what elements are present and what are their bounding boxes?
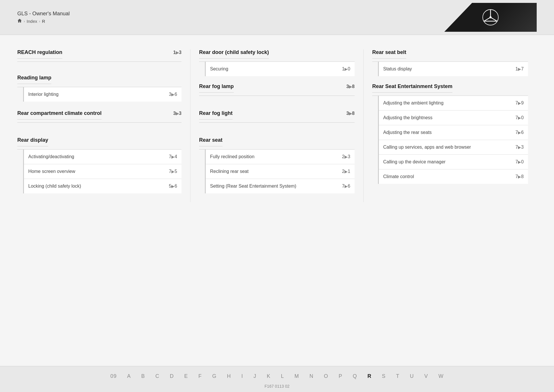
- rse-subitems: Adjusting the ambient lighting 7▶9 Adjus…: [378, 96, 528, 184]
- alpha-b[interactable]: B: [136, 372, 150, 381]
- alpha-w[interactable]: W: [433, 372, 449, 381]
- reading-lamp-header: Reading lamp: [17, 75, 181, 87]
- list-item[interactable]: Status display 1▶7: [379, 62, 528, 76]
- breadcrumb-sep-2: ›: [39, 19, 40, 23]
- alpha-m[interactable]: M: [289, 372, 304, 381]
- alpha-s[interactable]: S: [377, 372, 391, 381]
- list-item[interactable]: Setting (Rear Seat Entertainment System)…: [206, 179, 355, 193]
- activating-page[interactable]: 7▶4: [169, 154, 177, 159]
- list-item[interactable]: Locking (child safety lock) 5▶6: [24, 179, 181, 193]
- rear-fog-light-header: Rear fog light 3▶8: [199, 110, 355, 123]
- rear-display-title: Rear display: [17, 137, 48, 146]
- list-item[interactable]: Adjusting the ambient lighting 7▶9: [379, 96, 528, 111]
- svg-point-1: [489, 16, 491, 18]
- list-item[interactable]: Adjusting the rear seats 7▶6: [379, 125, 528, 140]
- alpha-o[interactable]: O: [319, 372, 334, 381]
- reach-page[interactable]: 1▶3: [173, 50, 181, 55]
- breadcrumb-r: R: [42, 19, 45, 24]
- alpha-g[interactable]: G: [207, 372, 222, 381]
- section-rear-fog-lamp: Rear fog lamp 3▶8: [199, 83, 355, 96]
- main-content: REACH regulation 1▶3 Reading lamp Interi…: [0, 35, 554, 366]
- alpha-j[interactable]: J: [248, 372, 262, 381]
- home-icon[interactable]: [17, 18, 22, 24]
- alpha-t[interactable]: T: [391, 372, 405, 381]
- breadcrumb: › Index › R: [17, 18, 70, 24]
- alpha-u[interactable]: U: [405, 372, 419, 381]
- rear-seat-belt-header: Rear seat belt: [372, 49, 528, 62]
- rear-seat-subitems: Fully reclined position 2▶3 Reclining re…: [205, 150, 355, 193]
- list-item[interactable]: Interior lighting 3▶6: [24, 87, 181, 102]
- ambient-lighting-page[interactable]: 7▶9: [515, 100, 524, 106]
- alpha-e[interactable]: E: [179, 372, 193, 381]
- rear-fog-lamp-title: Rear fog lamp: [199, 83, 234, 93]
- fully-reclined-page[interactable]: 2▶3: [342, 154, 350, 159]
- rear-seat-belt-title: Rear seat belt: [372, 49, 406, 59]
- alpha-h[interactable]: H: [222, 372, 236, 381]
- locking-page[interactable]: 5▶6: [169, 184, 177, 189]
- list-item[interactable]: Reclining rear seat 2▶1: [206, 164, 355, 179]
- setting-rse-page[interactable]: 7▶6: [342, 184, 350, 189]
- rear-compartment-page[interactable]: 3▶3: [173, 111, 181, 116]
- services-apps-page[interactable]: 7▶3: [515, 145, 524, 150]
- home-screen-label: Home screen overview: [28, 169, 75, 174]
- list-item[interactable]: Climate control 7▶8: [379, 169, 528, 184]
- reach-title: REACH regulation: [17, 49, 62, 59]
- column-3: Rear seat belt Status display 1▶7 Rear S…: [364, 49, 537, 202]
- alpha-09[interactable]: 09: [105, 372, 122, 381]
- column-1: REACH regulation 1▶3 Reading lamp Interi…: [17, 49, 190, 202]
- list-item[interactable]: Adjusting the brightness 7▶0: [379, 111, 528, 125]
- alpha-p[interactable]: P: [334, 372, 348, 381]
- section-rear-fog-light: Rear fog light 3▶8: [199, 110, 355, 123]
- climate-control-page[interactable]: 7▶8: [515, 174, 524, 179]
- breadcrumb-index[interactable]: Index: [27, 19, 37, 24]
- alpha-i[interactable]: I: [236, 372, 248, 381]
- ambient-lighting-label: Adjusting the ambient lighting: [383, 100, 443, 106]
- list-item[interactable]: Securing 1▶0: [206, 62, 355, 76]
- securing-page[interactable]: 1▶0: [342, 66, 350, 72]
- section-reach: REACH regulation 1▶3: [17, 49, 181, 62]
- device-manager-page[interactable]: 7▶0: [515, 159, 524, 165]
- alpha-l[interactable]: L: [276, 372, 289, 381]
- list-item[interactable]: Activating/deactivating 7▶4: [24, 150, 181, 164]
- interior-lighting-page[interactable]: 3▶6: [169, 92, 177, 97]
- reclining-page[interactable]: 2▶1: [342, 169, 350, 174]
- rear-fog-lamp-page[interactable]: 3▶8: [346, 84, 355, 89]
- alpha-d[interactable]: D: [164, 372, 179, 381]
- adjusting-rear-seats-label: Adjusting the rear seats: [383, 130, 432, 135]
- alpha-v[interactable]: V: [419, 372, 433, 381]
- list-item[interactable]: Calling up the device manager 7▶0: [379, 155, 528, 169]
- home-screen-page[interactable]: 7▶5: [169, 169, 177, 174]
- rear-fog-light-page[interactable]: 3▶8: [346, 111, 355, 116]
- reclining-label: Reclining rear seat: [210, 169, 248, 174]
- alpha-c[interactable]: C: [150, 372, 164, 381]
- securing-label: Securing: [210, 66, 228, 72]
- alpha-r[interactable]: R: [362, 372, 377, 381]
- section-rear-compartment: Rear compartment climate control 3▶3: [17, 110, 181, 123]
- list-item[interactable]: Calling up services, apps and web browse…: [379, 140, 528, 155]
- adjusting-rear-seats-page[interactable]: 7▶6: [515, 130, 524, 135]
- breadcrumb-sep-1: ›: [24, 19, 25, 23]
- status-display-page[interactable]: 1▶7: [515, 66, 524, 72]
- list-item[interactable]: Fully reclined position 2▶3: [206, 150, 355, 164]
- section-rear-seat: Rear seat Fully reclined position 2▶3 Re…: [199, 137, 355, 193]
- setting-rse-label: Setting (Rear Seat Entertainment System): [210, 184, 296, 189]
- rear-display-header: Rear display: [17, 137, 181, 150]
- rear-fog-light-title: Rear fog light: [199, 110, 233, 120]
- fully-reclined-label: Fully reclined position: [210, 154, 254, 159]
- header-left: GLS - Owner's Manual › Index › R: [17, 11, 70, 24]
- reading-lamp-title: Reading lamp: [17, 75, 51, 84]
- alpha-q[interactable]: Q: [348, 372, 362, 381]
- rear-display-subitems: Activating/deactivating 7▶4 Home screen …: [23, 150, 181, 193]
- manual-title: GLS - Owner's Manual: [17, 11, 70, 17]
- list-item[interactable]: Home screen overview 7▶5: [24, 164, 181, 179]
- rear-compartment-title: Rear compartment climate control: [17, 110, 102, 120]
- alpha-n[interactable]: N: [304, 372, 319, 381]
- rear-door-subitems: Securing 1▶0: [205, 62, 355, 76]
- alpha-a[interactable]: A: [122, 372, 136, 381]
- brightness-page[interactable]: 7▶0: [515, 115, 524, 120]
- alpha-k[interactable]: K: [262, 372, 276, 381]
- services-apps-label: Calling up services, apps and web browse…: [383, 145, 471, 150]
- rear-compartment-header: Rear compartment climate control 3▶3: [17, 110, 181, 123]
- alpha-f[interactable]: F: [193, 372, 207, 381]
- rear-seat-title: Rear seat: [199, 137, 222, 146]
